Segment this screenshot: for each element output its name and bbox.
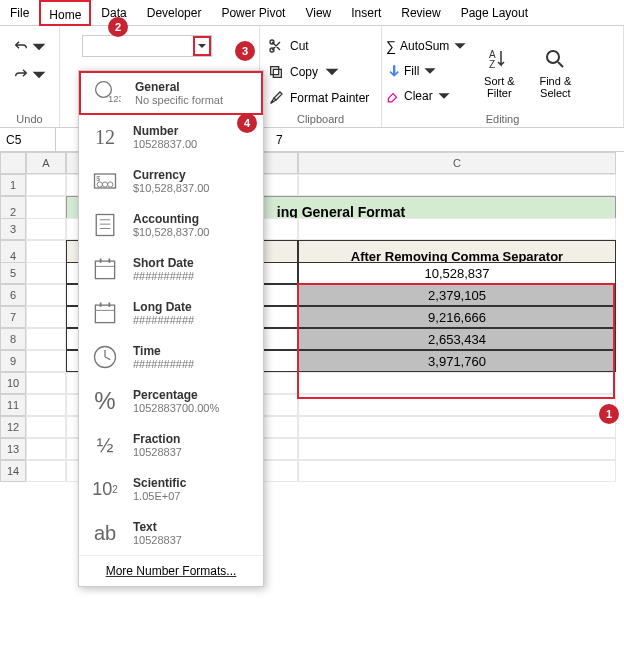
tab-file[interactable]: File — [0, 0, 39, 26]
caret-down-icon — [324, 64, 340, 80]
redo-button[interactable] — [13, 65, 47, 85]
svg-text:$: $ — [96, 175, 100, 182]
format-currency[interactable]: $ Currency$10,528,837.00 — [79, 159, 263, 203]
data-cell[interactable]: 2,653,434 — [298, 328, 616, 350]
tab-developer[interactable]: Developer — [137, 0, 212, 26]
format-scientific[interactable]: 102 Scientific1.05E+07 — [79, 467, 263, 511]
row-header[interactable]: 3 — [0, 218, 26, 240]
number-format-select[interactable] — [82, 35, 212, 57]
row-header[interactable]: 10 — [0, 372, 26, 394]
cut-button[interactable]: Cut — [264, 35, 313, 57]
format-general[interactable]: 123 GeneralNo specific format — [79, 71, 263, 115]
tab-home[interactable]: Home — [39, 0, 91, 26]
cell[interactable] — [298, 218, 616, 240]
copy-icon — [268, 64, 284, 80]
row-header[interactable]: 8 — [0, 328, 26, 350]
painter-label: Format Painter — [290, 91, 369, 105]
caret-down-icon — [437, 89, 451, 103]
format-percentage[interactable]: % Percentage1052883700.00% — [79, 379, 263, 423]
format-sub: 1052883700.00% — [133, 402, 219, 414]
cell[interactable] — [26, 372, 66, 394]
format-longdate[interactable]: Long Date########## — [79, 291, 263, 335]
clear-button[interactable]: Clear — [386, 85, 467, 107]
row-header[interactable]: 7 — [0, 306, 26, 328]
sort-filter-icon: AZ — [487, 47, 511, 71]
col-header-a[interactable]: A — [26, 152, 66, 174]
data-cell[interactable]: 10,528,837 — [298, 262, 616, 284]
autosum-button[interactable]: ∑ AutoSum — [386, 35, 467, 57]
cell[interactable] — [26, 262, 66, 284]
cell[interactable] — [26, 174, 66, 196]
cell[interactable] — [26, 328, 66, 350]
row-header[interactable]: 14 — [0, 460, 26, 482]
cell[interactable] — [298, 460, 616, 482]
cell[interactable] — [298, 372, 616, 394]
row-header[interactable]: 12 — [0, 416, 26, 438]
svg-line-26 — [105, 357, 110, 360]
group-label-undo: Undo — [4, 111, 55, 127]
cell[interactable] — [298, 416, 616, 438]
format-fraction[interactable]: ½ Fraction10528837 — [79, 423, 263, 467]
data-cell[interactable]: 3,971,760 — [298, 350, 616, 372]
number-icon: 12 — [89, 121, 121, 153]
tab-review[interactable]: Review — [391, 0, 450, 26]
format-title: Number — [133, 124, 197, 138]
format-sub: $10,528,837.00 — [133, 226, 209, 238]
format-dropdown-arrow[interactable] — [193, 36, 211, 56]
row-header[interactable]: 5 — [0, 262, 26, 284]
cell[interactable] — [26, 284, 66, 306]
cell[interactable] — [298, 394, 616, 416]
sigma-icon: ∑ — [386, 38, 396, 54]
find-select-button[interactable]: Find & Select — [531, 35, 579, 111]
format-number[interactable]: 12 Number10528837.00 — [79, 115, 263, 159]
format-sub: ########## — [133, 270, 194, 282]
select-all-corner[interactable] — [0, 152, 26, 174]
format-time[interactable]: Time########## — [79, 335, 263, 379]
cell[interactable] — [298, 438, 616, 460]
undo-button[interactable] — [13, 37, 47, 57]
svg-rect-0 — [273, 69, 281, 77]
tab-pagelayout[interactable]: Page Layout — [451, 0, 538, 26]
name-box[interactable]: C5 — [0, 128, 56, 151]
data-cell[interactable]: 2,379,105 — [298, 284, 616, 306]
format-shortdate[interactable]: Short Date########## — [79, 247, 263, 291]
row-header[interactable]: 1 — [0, 174, 26, 196]
more-number-formats[interactable]: More Number Formats... — [79, 555, 263, 586]
cell[interactable] — [26, 416, 66, 438]
cell[interactable] — [26, 394, 66, 416]
format-title: Accounting — [133, 212, 209, 226]
format-text[interactable]: ab Text10528837 — [79, 511, 263, 555]
cell[interactable] — [26, 438, 66, 460]
svg-point-9 — [102, 182, 107, 187]
copy-button[interactable]: Copy — [264, 61, 344, 83]
row-header[interactable]: 13 — [0, 438, 26, 460]
sort-label: Sort & Filter — [475, 75, 523, 99]
col-header-c[interactable]: C — [298, 152, 616, 174]
number-format-dropdown: 123 GeneralNo specific format 12 Number1… — [78, 70, 264, 587]
cell[interactable] — [298, 174, 616, 196]
data-cell[interactable]: 9,216,666 — [298, 306, 616, 328]
row-header[interactable]: 6 — [0, 284, 26, 306]
format-title: Text — [133, 520, 182, 534]
format-title: Percentage — [133, 388, 219, 402]
format-sub: 10528837 — [133, 446, 182, 458]
tab-view[interactable]: View — [295, 0, 341, 26]
svg-text:123: 123 — [108, 93, 121, 104]
cell[interactable] — [26, 306, 66, 328]
format-title: General — [135, 80, 223, 94]
clock-icon — [89, 341, 121, 373]
row-header[interactable]: 11 — [0, 394, 26, 416]
format-painter-button[interactable]: Format Painter — [264, 87, 373, 109]
group-undo: Undo — [0, 26, 60, 127]
scissors-icon — [268, 38, 284, 54]
fill-button[interactable]: Fill — [386, 60, 467, 82]
redo-icon — [13, 67, 29, 83]
sort-filter-button[interactable]: AZ Sort & Filter — [475, 35, 523, 111]
cell[interactable] — [26, 218, 66, 240]
format-accounting[interactable]: Accounting$10,528,837.00 — [79, 203, 263, 247]
cell[interactable] — [26, 350, 66, 372]
tab-powerpivot[interactable]: Power Pivot — [211, 0, 295, 26]
row-header[interactable]: 9 — [0, 350, 26, 372]
cell[interactable] — [26, 460, 66, 482]
tab-insert[interactable]: Insert — [341, 0, 391, 26]
